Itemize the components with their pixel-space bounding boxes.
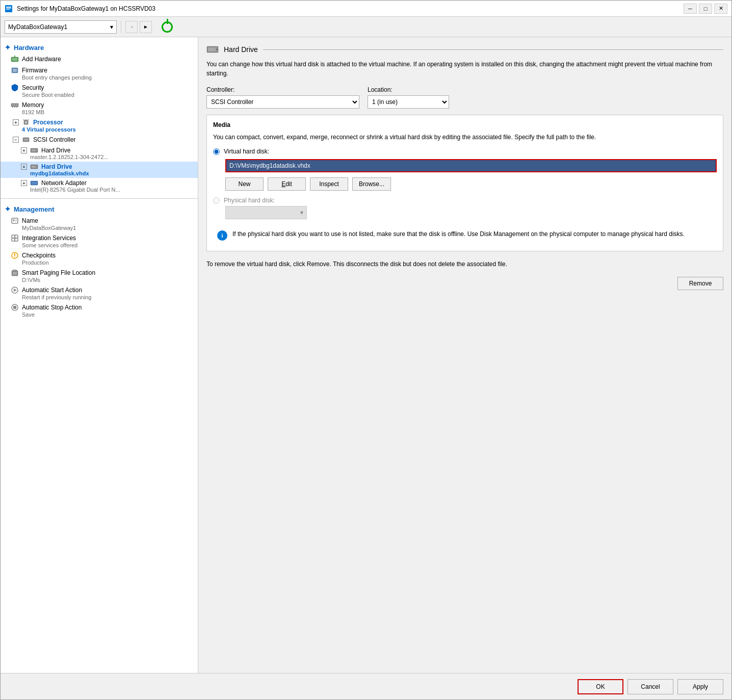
svg-marker-47 [14,289,17,292]
sidebar-item-processor[interactable]: + Processor 4 Virtual processors [1,117,198,134]
integration-label: Integration Services [22,235,76,242]
svg-rect-14 [14,107,15,108]
dropdown-chevron-icon: ▾ [110,23,113,31]
sidebar-item-add-hardware[interactable]: Add Hardware [1,54,198,65]
controller-location-row: Controller: SCSI Controller Location: 1 … [206,86,723,109]
toolbar: MyDataBoxGateway1 ▾ ◄ ► [1,17,731,37]
title-bar-controls: ─ □ ✕ [684,4,727,14]
inspect-button[interactable]: Inspect [310,177,348,191]
section-title: Hard Drive [224,45,258,54]
svg-rect-3 [6,9,10,10]
svg-rect-5 [12,58,17,61]
sidebar-item-auto-start[interactable]: Automatic Start Action Restart if previo… [1,284,198,302]
remove-row: Remove [206,277,723,290]
vhd-radio[interactable] [213,148,220,155]
vhd-path-text: D:\VMs\mydbg1datadisk.vhdx [229,162,310,169]
svg-rect-20 [27,119,27,120]
sidebar-section-management[interactable]: ✦ Management [1,203,198,215]
hd2-expander[interactable]: + [21,164,27,170]
svg-rect-8 [13,69,17,72]
edit-button[interactable]: Edit [268,177,306,191]
vm-selector-dropdown[interactable]: MyDataBoxGateway1 ▾ [5,20,117,34]
new-button[interactable]: New [225,177,264,191]
svg-rect-17 [25,121,27,123]
security-sub: Secure Boot enabled [22,92,194,98]
firmware-label: Firmware [22,67,47,74]
processor-expander[interactable]: + [13,119,19,125]
vhd-buttons: New Edit Inspect Browse... [213,177,717,191]
svg-rect-36 [12,235,15,238]
sidebar-item-hd1[interactable]: + Hard Drive master.1.2.18252.1-304-2472… [1,145,198,162]
firmware-icon [11,66,19,74]
remove-description: To remove the virtual hard disk, click R… [206,260,723,269]
smart-paging-label: Smart Paging File Location [22,269,95,276]
detail-panel: Hard Drive You can change how this virtu… [198,37,731,673]
hd2-label: Hard Drive [41,163,72,170]
location-select[interactable]: 1 (in use) [368,95,449,109]
cancel-button[interactable]: Cancel [628,679,673,694]
location-label: Location: [368,86,449,93]
integration-sub: Some services offered [22,242,194,248]
sidebar-item-name[interactable]: Name MyDataBoxGateway1 [1,215,198,232]
remove-button[interactable]: Remove [677,277,723,290]
main-window: Settings for MyDataBoxGateway1 on HCSSRV… [0,0,732,700]
hard-drive-icon-2 [30,164,38,169]
sidebar: ✦ Hardware Add Hardware [1,37,198,673]
management-section-label: Management [14,205,54,213]
auto-stop-sub: Save [22,312,194,318]
hardware-section-icon: ✦ [5,43,11,51]
forward-button[interactable]: ► [140,21,152,33]
back-button[interactable]: ◄ [125,21,138,33]
hd1-label: Hard Drive [41,147,70,154]
sidebar-item-scsi[interactable]: − SCSI Controller [1,134,198,145]
controller-select[interactable]: SCSI Controller [206,95,359,109]
maximize-button[interactable]: □ [699,4,712,14]
svg-rect-23 [24,139,28,141]
controller-label: Controller: [206,86,359,93]
media-title: Media [213,121,717,128]
sidebar-item-security[interactable]: Security Secure Boot enabled [1,82,198,99]
svg-rect-49 [13,306,16,309]
auto-stop-label: Automatic Stop Action [22,304,82,311]
network-expander[interactable]: + [21,180,27,186]
sidebar-item-checkpoints[interactable]: Checkpoints Production [1,250,198,267]
toolbar-separator [121,21,121,33]
sidebar-item-memory[interactable]: Memory 8192 MB [1,99,198,117]
sidebar-item-network[interactable]: + Network Adapter Intel(R) 82576 Gigabit… [1,178,198,194]
media-group: Media You can compact, convert, expand, … [206,115,723,251]
sidebar-separator [1,198,198,199]
svg-rect-34 [15,220,17,220]
physical-radio[interactable] [213,197,220,204]
svg-rect-35 [15,221,17,221]
power-button[interactable] [160,20,174,34]
sidebar-item-integration[interactable]: Integration Services Some services offer… [1,232,198,250]
close-button[interactable]: ✕ [714,4,727,14]
integration-icon [11,234,19,242]
sidebar-item-smart-paging[interactable]: Smart Paging File Location D:\VMs [1,267,198,284]
controller-group: Controller: SCSI Controller [206,86,359,109]
checkpoints-sub: Production [22,260,194,266]
svg-rect-37 [15,235,18,238]
name-icon [11,217,19,225]
minimize-button[interactable]: ─ [684,4,697,14]
svg-rect-38 [12,238,15,241]
title-bar: Settings for MyDataBoxGateway1 on HCSSRV… [1,1,731,17]
ok-button[interactable]: OK [578,679,623,694]
physical-radio-label: Physical hard disk: [224,197,275,204]
security-icon [11,84,19,92]
sidebar-item-hd2[interactable]: + Hard Drive mydbg1datadisk.vhdx [1,162,198,178]
security-label: Security [22,84,44,91]
sidebar-item-auto-stop[interactable]: Automatic Stop Action Save [1,302,198,319]
svg-rect-21 [28,119,29,120]
physical-select: ▾ [225,206,307,219]
bottom-bar: OK Cancel Apply [1,673,731,699]
browse-button[interactable]: Browse... [352,177,391,191]
sidebar-item-firmware[interactable]: Firmware Boot entry changes pending [1,65,198,82]
management-section-icon: ✦ [5,205,11,213]
scsi-expander[interactable]: − [13,137,19,143]
apply-button[interactable]: Apply [677,679,723,694]
sidebar-section-hardware[interactable]: ✦ Hardware [1,41,198,54]
hd1-expander[interactable]: + [21,147,27,153]
vhd-radio-label[interactable]: Virtual hard disk: [224,148,269,155]
svg-rect-2 [6,8,11,9]
